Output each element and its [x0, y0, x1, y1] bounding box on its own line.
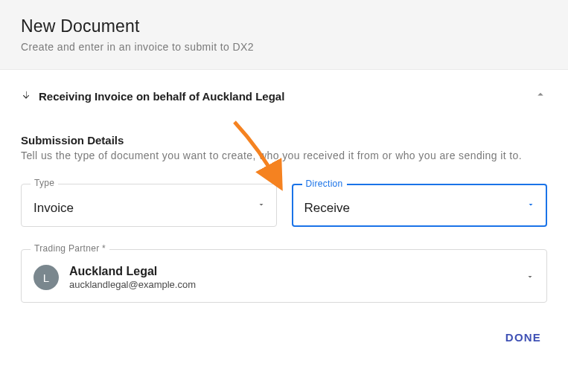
submission-details-section: Submission Details Tell us the type of d… — [21, 134, 547, 303]
done-button[interactable]: DONE — [500, 325, 547, 350]
down-arrow-icon — [21, 90, 31, 103]
trading-partner-email: aucklandlegal@example.com — [69, 279, 196, 290]
submission-subtitle: Tell us the type of document you want to… — [21, 150, 547, 161]
chevron-up-icon — [534, 88, 547, 104]
trading-partner-content: L Auckland Legal aucklandlegal@example.c… — [33, 265, 535, 290]
fields-row: Type Invoice Direction Receive — [21, 184, 547, 227]
page-header: New Document Create and enter in an invo… — [0, 0, 568, 70]
accordion-header[interactable]: Receiving Invoice on behalf of Auckland … — [21, 88, 547, 104]
page-subtitle: Create and enter in an invoice to submit… — [21, 41, 547, 53]
caret-down-icon — [526, 271, 535, 284]
trading-partner-label: Trading Partner * — [31, 243, 109, 254]
submission-title: Submission Details — [21, 134, 547, 147]
caret-down-icon — [526, 199, 535, 212]
direction-value: Receive — [304, 201, 350, 215]
type-label: Type — [31, 178, 58, 188]
trading-partner-select[interactable]: Trading Partner * L Auckland Legal auckl… — [21, 249, 547, 303]
content-region: Receiving Invoice on behalf of Auckland … — [0, 70, 568, 303]
caret-down-icon — [257, 199, 266, 212]
type-select[interactable]: Type Invoice — [21, 184, 277, 227]
trading-partner-name: Auckland Legal — [69, 265, 196, 278]
accordion-title: Receiving Invoice on behalf of Auckland … — [39, 90, 284, 103]
trading-partner-text: Auckland Legal aucklandlegal@example.com — [69, 265, 196, 290]
type-value: Invoice — [33, 201, 74, 215]
dialog-actions: DONE — [0, 303, 568, 357]
page-title: New Document — [21, 16, 547, 36]
direction-label: Direction — [302, 179, 347, 189]
avatar: L — [33, 265, 59, 290]
direction-select[interactable]: Direction Receive — [292, 184, 548, 227]
